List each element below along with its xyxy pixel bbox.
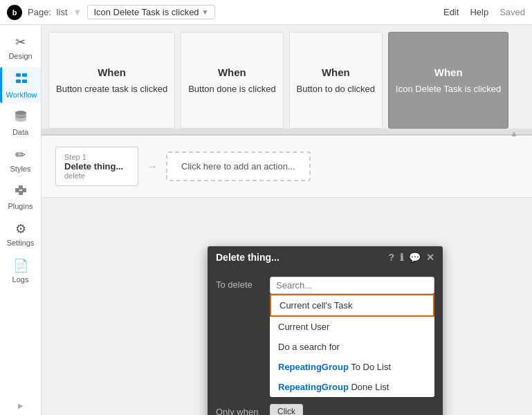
logs-icon: 📄	[13, 258, 28, 273]
svg-rect-2	[16, 80, 21, 83]
to-delete-row: To delete Current cell's Task Current Us…	[216, 277, 434, 397]
tab1-when: When	[98, 66, 126, 78]
dropdown-list: Current cell's Task Current User Do a se…	[270, 294, 434, 397]
sidebar-label-logs: Logs	[12, 275, 29, 284]
dropdown-item-current-task[interactable]: Current cell's Task	[270, 294, 434, 317]
app-logo: b	[7, 5, 22, 20]
sidebar-item-design[interactable]: ✂ Design	[0, 30, 41, 64]
to-delete-search[interactable]	[270, 277, 434, 294]
step-1-box[interactable]: Step 1 Delete thing... delete	[55, 147, 138, 186]
sidebar-item-settings[interactable]: ⚙ Settings	[0, 217, 41, 251]
only-when-row: Only when Click	[216, 404, 434, 415]
sidebar-item-plugins[interactable]: Plugins	[0, 180, 41, 214]
sidebar-label-data: Data	[12, 128, 28, 136]
styles-icon: ✏	[15, 147, 26, 163]
modal-body: To delete Current cell's Task Current Us…	[208, 268, 443, 415]
tab3-when: When	[322, 66, 350, 78]
sidebar-item-data[interactable]: Data	[0, 106, 41, 140]
step-arrow-icon: →	[147, 160, 158, 173]
sidebar-item-workflow[interactable]: Workflow	[0, 67, 41, 103]
saved-label: Saved	[499, 7, 525, 17]
workflow-tab-2[interactable]: When Button done is clicked	[181, 32, 283, 129]
workflow-tab-3[interactable]: When Button to do clicked	[289, 32, 383, 129]
modal-help-icon[interactable]: ?	[388, 252, 394, 263]
selector-arrow-icon: ▼	[202, 8, 209, 16]
modal-title: Delete thing...	[216, 252, 279, 263]
add-action-label: Click here to add an action...	[181, 161, 295, 172]
add-action-box[interactable]: Click here to add an action...	[166, 151, 311, 181]
dropdown-item-do-search[interactable]: Do a search for	[270, 337, 434, 357]
step-action: Delete thing...	[64, 161, 129, 172]
dropdown-item-current-user[interactable]: Current User	[270, 317, 434, 337]
plugins-icon	[14, 184, 28, 200]
sidebar-label-styles: Styles	[10, 165, 31, 173]
workflow-tabs: When Button create task is clicked When …	[42, 25, 532, 129]
svg-rect-7	[19, 185, 23, 190]
svg-rect-3	[22, 80, 27, 83]
top-bar-actions: Edit Help Saved	[443, 7, 525, 17]
tab1-desc: Button create task is clicked	[56, 84, 167, 94]
sidebar-label-design: Design	[8, 52, 32, 60]
tab2-when: When	[218, 66, 246, 78]
workflow-tab-4[interactable]: When Icon Delete Task is clicked	[388, 32, 508, 129]
sidebar-item-styles[interactable]: ✏ Styles	[0, 143, 41, 177]
modal-header-icons: ? ℹ 💬 ✕	[388, 252, 434, 263]
step-number: Step 1	[64, 153, 129, 161]
tab3-desc: Button to do clicked	[297, 84, 375, 94]
dropdown-item-repeating-done[interactable]: RepeatingGroup Done List	[270, 377, 434, 397]
main-content: When Button create task is clicked When …	[42, 25, 532, 415]
help-button[interactable]: Help	[470, 7, 488, 17]
sidebar-label-workflow: Workflow	[6, 91, 37, 99]
tab4-when: When	[434, 66, 463, 78]
svg-rect-8	[19, 191, 23, 195]
top-bar: b Page: list ▼ Icon Delete Task is click…	[0, 0, 532, 25]
layout: ✂ Design Workflow Dat	[0, 25, 532, 415]
step-sub: delete	[64, 172, 129, 180]
to-delete-input-wrap: Current cell's Task Current User Do a se…	[270, 277, 434, 397]
design-icon: ✂	[15, 35, 26, 50]
data-icon	[14, 110, 28, 126]
sidebar-label-plugins: Plugins	[8, 202, 33, 210]
tab4-desc: Icon Delete Task is clicked	[396, 84, 501, 94]
dropdown-item-repeating-todo[interactable]: RepeatingGroup To Do List	[270, 357, 434, 377]
sidebar-item-logs[interactable]: 📄 Logs	[0, 254, 41, 288]
tab-divider	[42, 129, 532, 136]
click-button[interactable]: Click	[270, 404, 303, 415]
workflow-icon	[15, 71, 28, 89]
to-delete-label: To delete	[216, 277, 264, 290]
modal-comment-icon[interactable]: 💬	[409, 252, 421, 263]
workflow-selector[interactable]: Icon Delete Task is clicked ▼	[87, 5, 214, 19]
svg-rect-0	[16, 73, 21, 77]
divider: ▼	[73, 7, 82, 17]
settings-icon: ⚙	[15, 221, 26, 237]
page-label: Page: list	[28, 7, 68, 17]
step-area: Step 1 Delete thing... delete → Click he…	[42, 136, 532, 198]
modal-info-icon[interactable]: ℹ	[400, 252, 403, 263]
modal-close-icon[interactable]: ✕	[426, 252, 434, 263]
sidebar: ✂ Design Workflow Dat	[0, 25, 42, 415]
workflow-tab-1[interactable]: When Button create task is clicked	[48, 32, 175, 129]
svg-rect-1	[22, 73, 27, 77]
delete-thing-modal: Delete thing... ? ℹ 💬 ✕ To delete Curren…	[208, 246, 443, 415]
tab2-desc: Button done is clicked	[188, 84, 275, 94]
sidebar-label-settings: Settings	[7, 239, 35, 247]
edit-button[interactable]: Edit	[443, 7, 459, 17]
only-when-label: Only when	[216, 404, 264, 415]
modal-header: Delete thing... ? ℹ 💬 ✕	[208, 246, 443, 268]
sidebar-expand-icon[interactable]: ▶	[12, 396, 29, 415]
